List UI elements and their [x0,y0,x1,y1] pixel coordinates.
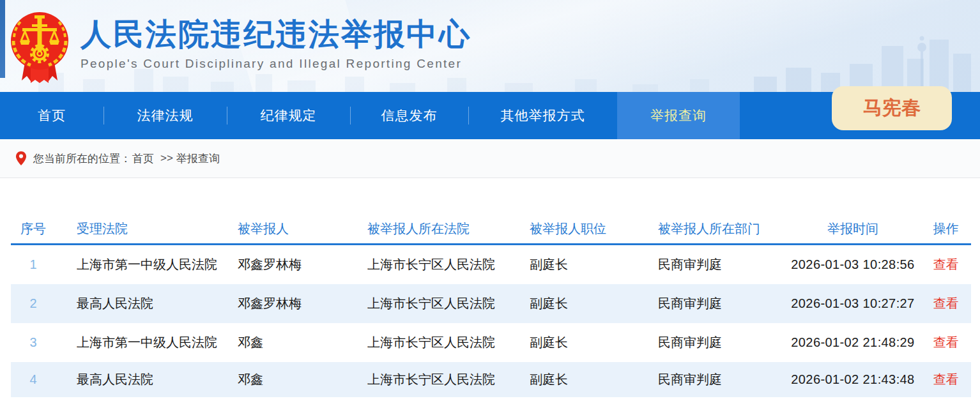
column-header: 序号 [11,220,56,238]
table-header-row: 序号受理法院被举报人被举报人所在法院被举报人职位被举报人所在部门举报时间操作 [11,215,971,245]
cell-accepting-court: 上海市第一中级人民法院 [56,256,229,273]
view-link[interactable]: 查看 [933,372,959,386]
cell-report-time: 2026-01-02 21:48:29 [785,335,921,350]
cell-reported-person-position: 副庭长 [522,334,650,351]
cell-accepting-court: 最高人民法院 [56,295,229,312]
page: 人民法院违纪违法举报中心 People's Court Disciplinary… [0,0,980,401]
report-table: 序号受理法院被举报人被举报人所在法院被举报人职位被举报人所在部门举报时间操作 1… [11,215,971,397]
cell-reported-person: 邓鑫 [229,371,360,388]
cell-reported-person-court: 上海市长宁区人民法院 [360,371,522,388]
cell-report-time: 2026-01-03 10:27:27 [785,296,921,311]
cell-reported-person-position: 副庭长 [522,371,650,388]
cell-report-time: 2026-01-02 21:43:48 [785,372,921,387]
nav-item-other-report-methods[interactable]: 其他举报方式 [468,92,617,139]
nav-item-news[interactable]: 信息发布 [350,92,468,139]
view-link[interactable]: 查看 [933,296,959,310]
breadcrumb-separator: >> [160,152,173,165]
site-header: 人民法院违纪违法举报中心 People's Court Disciplinary… [0,0,980,92]
table-row: 2最高人民法院邓鑫罗林梅上海市长宁区人民法院副庭长民商审判庭2026-01-03… [11,284,971,323]
table-row: 3上海市第一中级人民法院邓鑫上海市长宁区人民法院副庭长民商审判庭2026-01-… [11,323,971,362]
breadcrumb: 您当前所在的位置： 首页 >> 举报查询 [0,139,980,178]
user-name-button[interactable]: 马宪春 [832,86,952,130]
cell-index: 4 [11,372,56,387]
cell-accepting-court: 上海市第一中级人民法院 [56,334,229,351]
cell-reported-person: 邓鑫罗林梅 [229,295,360,312]
cell-reported-person-court: 上海市长宁区人民法院 [360,334,522,351]
cell-reported-person-position: 副庭长 [522,256,650,273]
cell-reported-person-court: 上海市长宁区人民法院 [360,256,522,273]
cell-reported-person-department: 民商审判庭 [650,334,785,351]
court-emblem-logo [8,9,72,87]
column-header: 被举报人所在部门 [650,220,785,238]
table-body: 1上海市第一中级人民法院邓鑫罗林梅上海市长宁区人民法院副庭长民商审判庭2026-… [11,245,971,397]
table-row: 1上海市第一中级人民法院邓鑫罗林梅上海市长宁区人民法院副庭长民商审判庭2026-… [11,245,971,284]
column-header: 被举报人所在法院 [360,220,522,238]
column-header: 操作 [921,220,971,238]
column-header: 被举报人职位 [522,220,650,238]
cell-reported-person-department: 民商审判庭 [650,371,785,388]
cell-index: 1 [11,257,56,272]
cell-index: 2 [11,296,56,311]
column-header: 举报时间 [785,220,921,238]
cell-accepting-court: 最高人民法院 [56,371,229,388]
view-link[interactable]: 查看 [933,257,959,271]
cell-reported-person: 邓鑫 [229,334,360,351]
site-title: 人民法院违纪违法举报中心 [80,18,471,52]
location-pin-icon [16,151,26,165]
cell-reported-person-position: 副庭长 [522,295,650,312]
breadcrumb-home-link[interactable]: 首页 [132,151,154,166]
cell-reported-person: 邓鑫罗林梅 [229,256,360,273]
cell-reported-person-court: 上海市长宁区人民法院 [360,295,522,312]
breadcrumb-prefix: 您当前所在的位置： [33,151,131,166]
cell-reported-person-department: 民商审判庭 [650,256,785,273]
view-link[interactable]: 查看 [933,335,959,349]
breadcrumb-current: 举报查询 [176,151,220,166]
cell-reported-person-department: 民商审判庭 [650,295,785,312]
nav-item-home[interactable]: 首页 [0,92,103,139]
cell-index: 3 [11,335,56,350]
nav-item-laws[interactable]: 法律法规 [103,92,227,139]
cell-report-time: 2026-01-03 10:28:56 [785,257,921,272]
nav-item-report-query[interactable]: 举报查询 [617,92,740,139]
column-header: 被举报人 [229,220,360,238]
site-subtitle: People's Court Disciplinary and Illegal … [80,57,471,71]
column-header: 受理法院 [56,220,229,238]
nav-item-discipline[interactable]: 纪律规定 [227,92,350,139]
left-edge-strip [0,0,5,78]
table-row: 4最高人民法院邓鑫上海市长宁区人民法院副庭长民商审判庭2026-01-02 21… [11,362,971,397]
